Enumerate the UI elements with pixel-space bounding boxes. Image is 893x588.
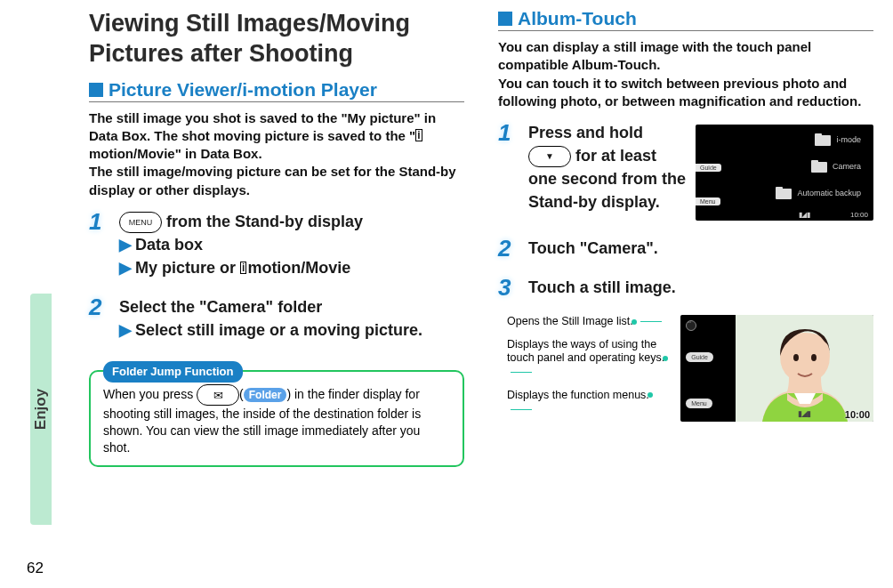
- arrow-icon: ▶: [119, 236, 132, 254]
- folder-icon: [811, 160, 827, 173]
- arrow-icon: ▶: [119, 321, 132, 339]
- step-body: Select the "Camera" folder ▶Select still…: [119, 295, 464, 342]
- portrait-icon: [736, 315, 873, 422]
- down-key-icon: ▼: [528, 146, 571, 167]
- callout-label: Folder Jump Function: [103, 361, 243, 383]
- section-bullet-icon: [498, 12, 512, 26]
- list-button-icon: [686, 320, 696, 331]
- section-a-lead: The still image you shot is saved to the…: [89, 109, 464, 199]
- step-body: Touch "Camera".: [528, 237, 873, 260]
- svg-rect-3: [811, 160, 818, 164]
- folder-item: Camera: [811, 160, 861, 173]
- folder-jump-callout: Folder Jump Function When you press ✉(Fo…: [89, 370, 464, 467]
- menu-button: Menu: [686, 399, 712, 408]
- guide-tag: Guide: [696, 164, 721, 172]
- section-heading-album-touch: Album-Touch: [498, 9, 873, 31]
- imotion-icon: i: [415, 129, 422, 141]
- folder-softkey-icon: Folder: [244, 388, 287, 402]
- step-body: Press and hold ▼ for at least one second…: [528, 121, 687, 214]
- menu-key-icon: MENU: [119, 212, 162, 233]
- folder-item: Automatic backup: [776, 187, 861, 199]
- page-content: Viewing Still Images/Moving Pictures aft…: [0, 0, 893, 588]
- guide-button: Guide: [686, 352, 713, 362]
- section-bullet-icon: [89, 83, 103, 97]
- step-body: MENU from the Stand-by display ▶Data box…: [119, 210, 464, 279]
- step-number-icon: 2: [498, 235, 511, 262]
- leader-dot-icon: [663, 356, 668, 361]
- leader-dot-icon: [632, 319, 637, 325]
- annotation-line: Displays the ways of using the touch pan…: [507, 338, 673, 380]
- annotation-block: Opens the Still Image list. Displays the…: [507, 315, 873, 425]
- annotation-line: Opens the Still Image list.: [507, 315, 673, 329]
- status-bars-icon: ▮◢▮: [798, 409, 810, 418]
- mail-key-icon: ✉: [197, 384, 239, 406]
- step-number-icon: 2: [89, 294, 101, 321]
- screenshot-still-image-view: Guide Menu ▮◢▮ 10:00: [680, 315, 873, 422]
- folder-item: i-mode: [815, 133, 861, 146]
- clock-label: 10:00: [845, 409, 870, 420]
- section-a-step-1: 1 MENU from the Stand-by display ▶Data b…: [89, 210, 464, 279]
- folder-icon: [815, 133, 831, 146]
- section-title: Album-Touch: [518, 9, 637, 28]
- folder-icon: [776, 187, 792, 199]
- section-b-step-1: 1 Press and hold ▼ for at least one seco…: [498, 121, 873, 221]
- step-number-icon: 3: [498, 274, 511, 302]
- step-body: Touch a still image.: [528, 276, 873, 299]
- annotation-text-column: Opens the Still Image list. Displays the…: [507, 315, 673, 425]
- svg-rect-5: [776, 187, 783, 190]
- screenshot-folder-list: i-mode Camera Automatic backup Guide Men…: [696, 125, 873, 221]
- clock-label: 10:00: [850, 211, 868, 219]
- section-title: Picture Viewer/i-motion Player: [109, 80, 377, 100]
- svg-rect-1: [815, 133, 822, 137]
- status-bars-icon: ▮◢▮: [799, 211, 810, 219]
- leader-dot-icon: [648, 392, 653, 398]
- section-heading-picture-viewer: Picture Viewer/i-motion Player: [89, 80, 464, 102]
- section-b-step-2: 2 Touch "Camera".: [498, 237, 873, 260]
- svg-point-8: [811, 354, 817, 361]
- section-a-step-2: 2 Select the "Camera" folder ▶Select sti…: [89, 295, 464, 342]
- step-number-icon: 1: [498, 119, 511, 147]
- section-b-lead: You can display a still image with the t…: [498, 38, 873, 110]
- step-number-icon: 1: [89, 208, 101, 236]
- annotation-line: Displays the function menus.: [507, 389, 673, 416]
- page-title: Viewing Still Images/Moving Pictures aft…: [89, 9, 464, 69]
- section-b-step-3: 3 Touch a still image.: [498, 276, 873, 299]
- svg-point-7: [793, 354, 799, 361]
- imotion-icon: i: [240, 262, 246, 274]
- menu-tag: Menu: [696, 197, 720, 205]
- photo-area: [736, 315, 873, 422]
- arrow-icon: ▶: [119, 259, 132, 277]
